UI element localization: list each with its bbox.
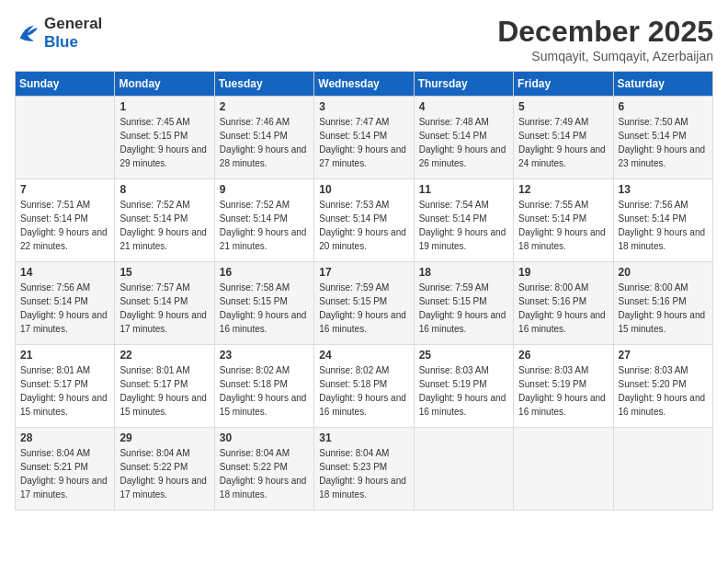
calendar-cell	[613, 428, 712, 511]
calendar-cell: 27Sunrise: 8:03 AMSunset: 5:20 PMDayligh…	[613, 345, 712, 428]
day-info: Sunrise: 7:59 AMSunset: 5:15 PMDaylight:…	[419, 281, 508, 336]
week-row-0: 1Sunrise: 7:45 AMSunset: 5:15 PMDaylight…	[16, 97, 713, 179]
calendar-cell: 26Sunrise: 8:03 AMSunset: 5:19 PMDayligh…	[514, 345, 613, 428]
day-info: Sunrise: 7:48 AMSunset: 5:14 PMDaylight:…	[419, 115, 508, 170]
day-info: Sunrise: 8:03 AMSunset: 5:19 PMDaylight:…	[419, 363, 508, 419]
day-number: 10	[319, 183, 408, 196]
day-number: 27	[619, 349, 708, 362]
header-day-sunday: Sunday	[16, 72, 115, 97]
day-number: 31	[319, 431, 408, 444]
calendar-cell: 23Sunrise: 8:02 AMSunset: 5:18 PMDayligh…	[214, 345, 313, 428]
day-info: Sunrise: 8:04 AMSunset: 5:23 PMDaylight:…	[319, 446, 408, 501]
calendar-cell: 7Sunrise: 7:51 AMSunset: 5:14 PMDaylight…	[16, 179, 115, 262]
day-info: Sunrise: 8:02 AMSunset: 5:18 PMDaylight:…	[220, 363, 309, 419]
day-info: Sunrise: 7:57 AMSunset: 5:14 PMDaylight:…	[119, 281, 209, 336]
day-info: Sunrise: 7:52 AMSunset: 5:14 PMDaylight:…	[220, 198, 309, 253]
header-day-monday: Monday	[115, 72, 214, 97]
day-number: 19	[518, 266, 608, 279]
logo: General Blue	[15, 15, 102, 51]
page-subtitle: Sumqayit, Sumqayit, Azerbaijan	[497, 49, 713, 63]
calendar-cell	[414, 428, 513, 511]
day-number: 8	[119, 183, 209, 196]
calendar-cell: 4Sunrise: 7:48 AMSunset: 5:14 PMDaylight…	[414, 97, 513, 179]
calendar-cell: 13Sunrise: 7:56 AMSunset: 5:14 PMDayligh…	[613, 179, 712, 262]
day-number: 12	[518, 183, 608, 196]
day-number: 24	[319, 349, 408, 362]
day-number: 17	[319, 266, 408, 279]
day-number: 22	[119, 349, 209, 362]
calendar-cell	[16, 97, 115, 179]
week-row-4: 28Sunrise: 8:04 AMSunset: 5:21 PMDayligh…	[16, 428, 713, 511]
day-number: 15	[119, 266, 209, 279]
calendar-cell: 29Sunrise: 8:04 AMSunset: 5:22 PMDayligh…	[115, 428, 214, 511]
day-number: 1	[119, 100, 209, 113]
day-info: Sunrise: 8:03 AMSunset: 5:20 PMDaylight:…	[619, 363, 708, 419]
day-number: 20	[619, 266, 708, 279]
day-number: 9	[220, 183, 309, 196]
header-row: SundayMondayTuesdayWednesdayThursdayFrid…	[16, 72, 713, 97]
title-block: December 2025 Sumqayit, Sumqayit, Azerba…	[497, 15, 713, 63]
calendar-cell: 17Sunrise: 7:59 AMSunset: 5:15 PMDayligh…	[314, 262, 414, 345]
logo-line1: General	[44, 15, 102, 33]
day-number: 30	[220, 431, 309, 444]
day-number: 23	[220, 349, 309, 362]
day-info: Sunrise: 8:02 AMSunset: 5:18 PMDaylight:…	[319, 363, 408, 419]
header-day-friday: Friday	[514, 72, 613, 97]
day-number: 2	[220, 100, 309, 113]
calendar-cell: 18Sunrise: 7:59 AMSunset: 5:15 PMDayligh…	[414, 262, 513, 345]
week-row-3: 21Sunrise: 8:01 AMSunset: 5:17 PMDayligh…	[16, 345, 713, 428]
calendar-cell: 16Sunrise: 7:58 AMSunset: 5:15 PMDayligh…	[214, 262, 313, 345]
day-info: Sunrise: 7:47 AMSunset: 5:14 PMDaylight:…	[319, 115, 408, 170]
calendar-cell: 24Sunrise: 8:02 AMSunset: 5:18 PMDayligh…	[314, 345, 414, 428]
calendar-body: 1Sunrise: 7:45 AMSunset: 5:15 PMDaylight…	[16, 97, 713, 511]
day-info: Sunrise: 7:52 AMSunset: 5:14 PMDaylight:…	[119, 198, 209, 253]
day-info: Sunrise: 7:45 AMSunset: 5:15 PMDaylight:…	[119, 115, 209, 170]
day-info: Sunrise: 7:55 AMSunset: 5:14 PMDaylight:…	[518, 198, 608, 253]
header-day-wednesday: Wednesday	[314, 72, 414, 97]
day-info: Sunrise: 8:04 AMSunset: 5:22 PMDaylight:…	[220, 446, 309, 501]
day-info: Sunrise: 7:50 AMSunset: 5:14 PMDaylight:…	[619, 115, 708, 170]
day-number: 21	[20, 349, 109, 362]
calendar-cell: 12Sunrise: 7:55 AMSunset: 5:14 PMDayligh…	[514, 179, 613, 262]
page-title: December 2025	[497, 15, 713, 49]
day-info: Sunrise: 8:00 AMSunset: 5:16 PMDaylight:…	[518, 281, 608, 336]
calendar-cell: 15Sunrise: 7:57 AMSunset: 5:14 PMDayligh…	[115, 262, 214, 345]
calendar-cell: 28Sunrise: 8:04 AMSunset: 5:21 PMDayligh…	[16, 428, 115, 511]
day-info: Sunrise: 8:04 AMSunset: 5:22 PMDaylight:…	[119, 446, 209, 501]
day-info: Sunrise: 8:04 AMSunset: 5:21 PMDaylight:…	[20, 446, 109, 501]
day-number: 16	[220, 266, 309, 279]
day-number: 11	[419, 183, 508, 196]
day-info: Sunrise: 7:46 AMSunset: 5:14 PMDaylight:…	[220, 115, 309, 170]
day-number: 26	[518, 349, 608, 362]
day-number: 14	[20, 266, 109, 279]
logo-line2: Blue	[44, 33, 102, 52]
calendar-cell: 21Sunrise: 8:01 AMSunset: 5:17 PMDayligh…	[16, 345, 115, 428]
page-header: General Blue December 2025 Sumqayit, Sum…	[15, 15, 713, 63]
header-day-tuesday: Tuesday	[214, 72, 313, 97]
day-info: Sunrise: 7:51 AMSunset: 5:14 PMDaylight:…	[20, 198, 109, 253]
calendar-cell: 6Sunrise: 7:50 AMSunset: 5:14 PMDaylight…	[613, 97, 712, 179]
calendar-cell: 14Sunrise: 7:56 AMSunset: 5:14 PMDayligh…	[16, 262, 115, 345]
calendar-cell: 11Sunrise: 7:54 AMSunset: 5:14 PMDayligh…	[414, 179, 513, 262]
calendar-cell: 22Sunrise: 8:01 AMSunset: 5:17 PMDayligh…	[115, 345, 214, 428]
calendar-cell: 19Sunrise: 8:00 AMSunset: 5:16 PMDayligh…	[514, 262, 613, 345]
day-number: 18	[419, 266, 508, 279]
day-number: 6	[619, 100, 708, 113]
day-number: 4	[419, 100, 508, 113]
day-info: Sunrise: 7:53 AMSunset: 5:14 PMDaylight:…	[319, 198, 408, 253]
day-info: Sunrise: 7:58 AMSunset: 5:15 PMDaylight:…	[220, 281, 309, 336]
calendar-cell: 9Sunrise: 7:52 AMSunset: 5:14 PMDaylight…	[214, 179, 313, 262]
calendar-table: SundayMondayTuesdayWednesdayThursdayFrid…	[15, 71, 713, 511]
week-row-2: 14Sunrise: 7:56 AMSunset: 5:14 PMDayligh…	[16, 262, 713, 345]
day-number: 3	[319, 100, 408, 113]
calendar-cell: 3Sunrise: 7:47 AMSunset: 5:14 PMDaylight…	[314, 97, 414, 179]
day-info: Sunrise: 7:49 AMSunset: 5:14 PMDaylight:…	[518, 115, 608, 170]
day-info: Sunrise: 7:56 AMSunset: 5:14 PMDaylight:…	[619, 198, 708, 253]
day-info: Sunrise: 8:01 AMSunset: 5:17 PMDaylight:…	[20, 363, 109, 419]
day-number: 7	[20, 183, 109, 196]
header-day-thursday: Thursday	[414, 72, 513, 97]
calendar-cell: 10Sunrise: 7:53 AMSunset: 5:14 PMDayligh…	[314, 179, 414, 262]
calendar-cell: 20Sunrise: 8:00 AMSunset: 5:16 PMDayligh…	[613, 262, 712, 345]
calendar-cell: 30Sunrise: 8:04 AMSunset: 5:22 PMDayligh…	[214, 428, 313, 511]
calendar-cell: 8Sunrise: 7:52 AMSunset: 5:14 PMDaylight…	[115, 179, 214, 262]
